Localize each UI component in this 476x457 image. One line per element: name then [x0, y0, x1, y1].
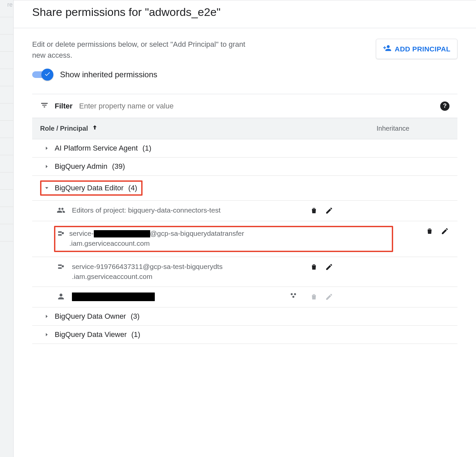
left-edge-text-fragment: re: [0, 0, 13, 17]
description-text: Edit or delete permissions below, or sel…: [32, 39, 258, 61]
left-background-strip: re: [0, 0, 13, 457]
expand-right-icon: [44, 146, 50, 151]
principal-name: service-@gcp-sa-bigquerydatatransfer.iam…: [69, 228, 275, 249]
expand-right-icon: [44, 314, 50, 319]
expand-right-icon: [44, 332, 50, 337]
show-inherited-label: Show inherited permissions: [60, 70, 157, 79]
expand-right-icon: [44, 164, 50, 169]
role-name: BigQuery Data Viewer: [55, 330, 127, 339]
edit-button[interactable]: [325, 262, 334, 272]
principal-name: Editors of project: bigquery-data-connec…: [72, 205, 277, 215]
filter-label: Filter: [55, 102, 73, 110]
svg-point-2: [292, 296, 294, 298]
add-person-icon: [383, 44, 391, 54]
role-count: (1): [143, 144, 151, 153]
edit-button[interactable]: [325, 206, 334, 215]
principal-name: [72, 292, 277, 301]
delete-button[interactable]: [309, 206, 319, 215]
redacted-text: [94, 230, 150, 237]
role-name: BigQuery Data Editor: [55, 184, 124, 192]
table-header: Role / Principal Inheritance: [32, 118, 457, 139]
sort-ascending-icon[interactable]: [91, 124, 98, 133]
help-icon[interactable]: ?: [440, 101, 449, 111]
show-inherited-toggle[interactable]: [32, 69, 53, 81]
principal-row-editors-group: Editors of project: bigquery-data-connec…: [32, 201, 457, 221]
filter-icon: [40, 101, 49, 111]
svg-point-0: [291, 293, 293, 295]
principal-row-service-account-redacted: service-@gcp-sa-bigquerydatatransfer.iam…: [32, 221, 457, 257]
role-name: BigQuery Data Owner: [55, 312, 126, 321]
role-name: AI Platform Service Agent: [55, 144, 138, 153]
delete-button-disabled: [309, 292, 319, 301]
filter-bar: Filter ?: [32, 94, 457, 118]
person-icon: [57, 292, 66, 302]
role-name: BigQuery Admin: [55, 162, 107, 171]
principal-row-user-redacted: [32, 287, 457, 307]
check-icon: [44, 71, 51, 79]
redacted-text: [72, 293, 155, 301]
role-count: (4): [128, 184, 137, 192]
service-account-icon: [57, 262, 66, 273]
role-row-ai-platform-service-agent[interactable]: AI Platform Service Agent (1): [32, 139, 457, 158]
delete-button[interactable]: [425, 227, 434, 236]
delete-button[interactable]: [309, 262, 319, 272]
expand-down-icon: [44, 185, 50, 191]
inherited-toggle-row: Show inherited permissions: [14, 61, 476, 94]
description-row: Edit or delete permissions below, or sel…: [14, 28, 476, 61]
svg-point-1: [294, 293, 296, 295]
filter-input[interactable]: [79, 101, 434, 111]
role-row-bigquery-data-owner[interactable]: BigQuery Data Owner (3): [32, 307, 457, 326]
principal-name: service-919766437311@gcp-sa-test-bigquer…: [72, 262, 277, 282]
add-principal-label: ADD PRINCIPAL: [395, 45, 450, 53]
share-permissions-panel: Share permissions for "adwords_e2e" Edit…: [13, 0, 476, 457]
role-row-bigquery-data-viewer[interactable]: BigQuery Data Viewer (1): [32, 326, 457, 344]
service-account-icon: [54, 228, 63, 239]
panel-header: Share permissions for "adwords_e2e": [14, 0, 476, 28]
group-icon: [57, 205, 66, 216]
inheritance-indicator[interactable]: [283, 292, 303, 299]
edit-button[interactable]: [440, 227, 449, 236]
role-row-bigquery-admin[interactable]: BigQuery Admin (39): [32, 158, 457, 176]
page-title: Share permissions for "adwords_e2e": [32, 6, 457, 19]
role-count: (39): [112, 162, 125, 171]
column-inheritance: Inheritance: [377, 125, 449, 132]
role-count: (3): [131, 312, 140, 321]
permissions-table: Filter ? Role / Principal Inheritance AI…: [32, 94, 457, 344]
principal-row-service-account-919766437311: service-919766437311@gcp-sa-test-bigquer…: [32, 257, 457, 287]
edit-button-disabled: [325, 292, 334, 301]
add-principal-button[interactable]: ADD PRINCIPAL: [376, 39, 457, 59]
role-row-bigquery-data-editor[interactable]: BigQuery Data Editor (4): [32, 176, 457, 201]
role-count: (1): [131, 330, 140, 339]
column-role-principal[interactable]: Role / Principal: [40, 125, 88, 132]
